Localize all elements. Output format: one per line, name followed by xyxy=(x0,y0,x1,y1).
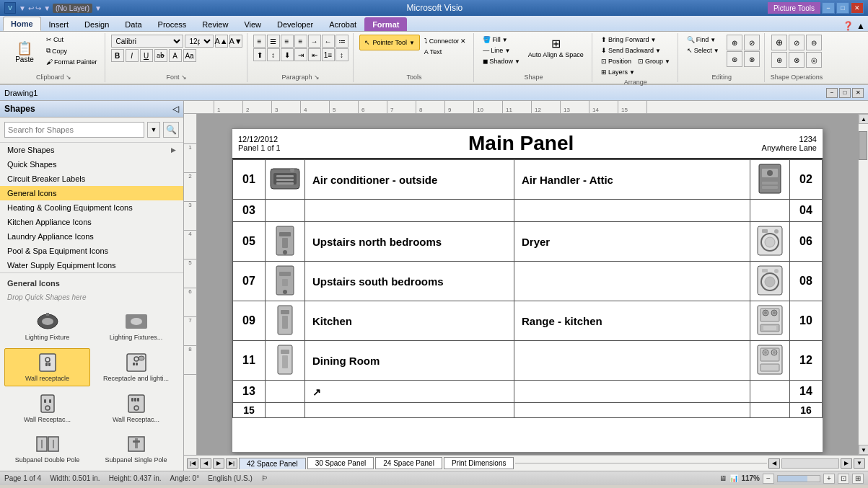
close-btn[interactable]: ✕ xyxy=(851,2,864,14)
fill-dropdown-icon[interactable]: ▼ xyxy=(502,37,508,43)
group-dropdown[interactable]: ▼ xyxy=(665,58,670,65)
shadow-dropdown-icon[interactable]: ▼ xyxy=(514,58,520,65)
indent-more-btn[interactable]: ⇥ xyxy=(294,48,307,61)
font-expand-icon[interactable]: ↘ xyxy=(181,74,187,81)
send-backward-dropdown[interactable]: ▼ xyxy=(655,48,661,54)
format-painter-button[interactable]: 🖌 Format Painter xyxy=(43,57,100,67)
tab-last-btn[interactable]: ▶| xyxy=(226,458,237,469)
sidebar-item-more-shapes[interactable]: More Shapes ▶ xyxy=(0,143,183,157)
shape-item-lighting-fixture[interactable]: Lighting Fixture xyxy=(4,307,90,345)
align-left-btn[interactable]: ≡ xyxy=(253,35,266,48)
shape-op-2[interactable]: ⊘ xyxy=(789,35,805,50)
tab-home[interactable]: Home xyxy=(3,17,41,31)
shape-item-wall-receptac1[interactable]: Wall Receptac... xyxy=(4,389,90,427)
select-btn[interactable]: ↖ Select ▼ xyxy=(684,45,722,56)
decrease-font-btn[interactable]: A▼ xyxy=(229,35,242,48)
strikethrough-btn[interactable]: ab̶ xyxy=(154,49,167,62)
copy-button[interactable]: ⧉ Copy xyxy=(43,45,100,56)
shape-item-subpanel-single[interactable]: Subpanel Single Pole xyxy=(93,430,179,468)
bring-forward-dropdown[interactable]: ▼ xyxy=(650,37,656,43)
tab-prev-btn[interactable]: ◀ xyxy=(200,458,211,469)
sidebar-item-quick-shapes[interactable]: Quick Shapes xyxy=(0,157,183,172)
valign-mid-btn[interactable]: ↕ xyxy=(267,48,280,61)
shape-item-wall-receptacle[interactable]: Wall receptacle xyxy=(4,348,90,386)
layers-dropdown[interactable]: ▼ xyxy=(629,69,635,76)
shape-op-1[interactable]: ⊕ xyxy=(771,35,787,50)
icon4[interactable]: ⊗ xyxy=(744,51,760,67)
num-list-btn[interactable]: 1≡ xyxy=(322,48,335,61)
icon2[interactable]: ⊘ xyxy=(744,35,760,50)
tab-first-btn[interactable]: |◀ xyxy=(187,458,198,469)
tab-review[interactable]: Review xyxy=(194,17,236,31)
search-dropdown-btn[interactable]: ▼ xyxy=(147,122,160,138)
italic-btn[interactable]: I xyxy=(126,49,139,62)
icon3[interactable]: ⊛ xyxy=(727,51,742,67)
tab-hscroll-left[interactable]: ◀ xyxy=(768,458,780,469)
zoom-in-btn[interactable]: + xyxy=(823,474,835,484)
help-icon[interactable]: ❓ xyxy=(843,21,854,31)
bring-forward-btn[interactable]: ⬆ Bring Forward ▼ xyxy=(598,35,673,45)
tab-format[interactable]: Format xyxy=(364,17,407,31)
collapse-ribbon-icon[interactable]: ▲ xyxy=(856,21,865,31)
shape-item-subpanel-double[interactable]: Subpanel Double Pole xyxy=(4,430,90,468)
sidebar-item-pool-spa[interactable]: Pool & Spa Equipment Icons xyxy=(0,244,183,258)
zoom-out-btn[interactable]: − xyxy=(763,474,774,484)
line-button[interactable]: — Line ▼ xyxy=(480,45,522,56)
tab-vert-scroll[interactable]: ▼ xyxy=(854,458,865,469)
bold-btn[interactable]: B xyxy=(111,49,124,62)
find-dropdown[interactable]: ▼ xyxy=(710,37,716,43)
sidebar-item-laundry[interactable]: Laundry Appliance Icons xyxy=(0,229,183,244)
tab-next-btn[interactable]: ▶ xyxy=(213,458,224,469)
sidebar-item-heating-cooling[interactable]: Heating & Cooling Equipment Icons xyxy=(0,200,183,215)
decrease-indent-btn[interactable]: ← xyxy=(322,35,335,48)
highlight-btn[interactable]: Aa xyxy=(183,49,196,62)
valign-top-btn[interactable]: ⬆ xyxy=(253,48,266,61)
page-tab-30[interactable]: 30 Space Panel xyxy=(307,457,374,469)
font-size-select[interactable]: 12pt. xyxy=(185,35,214,48)
connector-button[interactable]: ⤵ Connector ✕ xyxy=(421,36,470,46)
list-btn[interactable]: ≔ xyxy=(336,35,348,48)
shadow-button[interactable]: ◼ Shadow ▼ xyxy=(480,56,522,66)
scroll-track[interactable] xyxy=(859,124,868,445)
indent-less-btn[interactable]: ⇤ xyxy=(308,48,321,61)
paragraph-expand-icon[interactable]: ↘ xyxy=(314,74,320,81)
tab-developer[interactable]: Developer xyxy=(269,17,321,31)
clipboard-expand-icon[interactable]: ↘ xyxy=(66,74,71,81)
tab-data[interactable]: Data xyxy=(117,17,149,31)
spacing-btn[interactable]: ↕ xyxy=(336,48,348,61)
underline-btn[interactable]: U xyxy=(140,49,153,62)
fit-page-btn[interactable]: ⊡ xyxy=(838,474,849,484)
find-btn[interactable]: 🔍 Find ▼ xyxy=(684,35,722,45)
shape-item-receptacle-lighting[interactable]: Receptacle and lighti... xyxy=(93,348,179,386)
sidebar-item-general-icons[interactable]: General Icons xyxy=(0,186,183,200)
align-right-btn[interactable]: ≡ xyxy=(281,35,294,48)
text-button[interactable]: A Text xyxy=(421,47,470,57)
tab-view[interactable]: View xyxy=(236,17,269,31)
restore-btn[interactable]: □ xyxy=(836,2,849,14)
justify-btn[interactable]: ≡ xyxy=(294,35,307,48)
scroll-up-btn[interactable]: ▲ xyxy=(859,114,868,124)
layers-btn[interactable]: ⊞ Layers ▼ xyxy=(598,67,673,77)
pointer-tool-button[interactable]: ↖ Pointer Tool ▼ xyxy=(359,35,420,50)
sidebar-item-water-supply[interactable]: Water Supply Equipment Icons xyxy=(0,258,183,272)
doc-close-btn[interactable]: ✕ xyxy=(852,88,864,98)
shape-op-5[interactable]: ⊗ xyxy=(789,52,805,68)
font-color-btn[interactable]: A xyxy=(169,49,182,62)
doc-minimize-btn[interactable]: − xyxy=(826,88,838,98)
line-dropdown-icon[interactable]: ▼ xyxy=(504,48,510,54)
scroll-thumb[interactable] xyxy=(859,131,867,160)
minimize-btn[interactable]: − xyxy=(822,2,835,14)
send-backward-btn[interactable]: ⬇ Send Backward ▼ xyxy=(598,45,673,56)
tab-process[interactable]: Process xyxy=(150,17,195,31)
canvas[interactable]: 12/12/2012 Panel 1 of 1 Main Panel 1234 … xyxy=(197,114,858,455)
increase-font-btn[interactable]: A▲ xyxy=(215,35,228,48)
page-tab-print[interactable]: Print Dimensions xyxy=(444,457,514,469)
scroll-down-btn[interactable]: ▼ xyxy=(859,445,868,455)
zoom-slider[interactable] xyxy=(777,475,820,482)
align-center-btn[interactable]: ☰ xyxy=(267,35,280,48)
sidebar-item-circuit-breaker[interactable]: Circuit Breaker Labels xyxy=(0,172,183,186)
cut-button[interactable]: ✂ Cut xyxy=(43,35,100,45)
auto-align-btn[interactable]: ⊞ Auto Align & Space xyxy=(525,35,587,61)
group-btn[interactable]: ⊡ Group ▼ xyxy=(635,56,673,66)
hscroll-track[interactable] xyxy=(781,458,839,469)
